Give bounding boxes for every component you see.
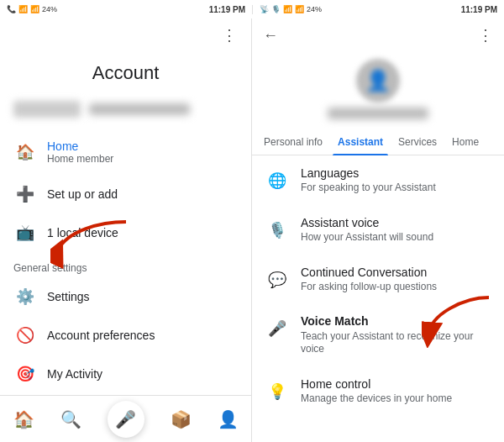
avatar-blur [13, 101, 81, 118]
block-icon: 🚫 [13, 326, 37, 345]
status-bar-right: 📡 🎙️ 📶 📶 24% 11:19 PM [252, 5, 504, 14]
assistant-voice-text: Assistant voice How your Assistant will … [301, 215, 433, 245]
bottom-explore-icon[interactable]: 🔍 [60, 409, 81, 429]
tab-personal-info[interactable]: Personal info [259, 129, 328, 155]
home-control-icon: 💡 [264, 378, 291, 405]
setting-languages[interactable]: 🌐 Languages For speaking to your Assista… [252, 155, 504, 205]
activity-icon: 🎯 [13, 365, 37, 383]
nav-setup-text: Set up or add [47, 187, 118, 201]
wifi-icon: 📶 [18, 5, 28, 13]
voice-match-icon: 🎤 [264, 315, 291, 342]
right-settings-list: 🌐 Languages For speaking to your Assista… [252, 155, 504, 442]
tab-assistant[interactable]: Assistant [333, 129, 388, 155]
nav-item-settings[interactable]: ⚙️ Settings [0, 277, 251, 316]
tab-home[interactable]: Home [447, 129, 484, 155]
nav-item-home[interactable]: 🏠 Home Home member [0, 129, 251, 175]
bottom-media-icon[interactable]: 📦 [171, 409, 192, 429]
device-icon: 📺 [13, 224, 37, 242]
signal-right-icon: 📶 [295, 5, 304, 13]
mic-icon: 🎤 [115, 409, 136, 429]
battery-left: 24% [42, 5, 57, 13]
setting-continued-conversation[interactable]: 💬 Continued Conversation For asking foll… [252, 255, 504, 304]
wifi-right-icon: 📶 [283, 5, 292, 13]
nav-prefs-text: Account preferences [47, 329, 155, 342]
status-bar-left: 📞 📶 📶 24% 11:19 PM [0, 5, 252, 14]
left-toolbar: ⋮ [0, 18, 251, 52]
languages-text: Languages For speaking to your Assistant [301, 166, 436, 195]
assistant-voice-icon: 🎙️ [264, 217, 291, 244]
settings-icon: ⚙️ [13, 287, 37, 306]
user-name-blur [328, 108, 428, 119]
nav-devices-text: 1 local device [47, 226, 118, 239]
battery-right: 24% [307, 5, 322, 13]
left-status-icons: 📞 📶 📶 24% [7, 5, 57, 13]
signal-icon: 📶 [30, 5, 39, 13]
account-title: Account [0, 52, 251, 96]
conversation-text: Continued Conversation For asking follow… [301, 265, 437, 294]
user-avatar: 👤 [356, 59, 400, 103]
mic-button[interactable]: 🎤 [108, 401, 144, 438]
call-icon: 📞 [7, 5, 16, 13]
nav-item-setup[interactable]: ➕ Set up or add [0, 175, 251, 213]
setting-assistant-voice[interactable]: 🎙️ Assistant voice How your Assistant wi… [252, 205, 504, 255]
voice-match-text: Voice Match Teach your Assistant to reco… [301, 313, 492, 355]
setting-voice-match[interactable]: 🎤 Voice Match Teach your Assistant to re… [252, 303, 504, 366]
nav-home-text: Home Home member [47, 139, 113, 165]
left-content: Account 🏠 Home Home member ➕ Set up or a… [0, 52, 251, 442]
right-status-icons: 📡 🎙️ 📶 📶 24% [260, 5, 322, 13]
user-avatar-section: 👤 [252, 52, 504, 129]
left-more-button[interactable]: ⋮ [218, 24, 241, 47]
left-time: 11:19 PM [209, 5, 245, 14]
right-toolbar: ← ⋮ [252, 18, 504, 52]
bottom-home-icon[interactable]: 🏠 [13, 409, 34, 429]
mic-icon-status: 🎙️ [271, 5, 281, 13]
conversation-icon: 💬 [264, 266, 291, 293]
nav-settings-text: Settings [47, 290, 90, 303]
tab-services[interactable]: Services [393, 129, 442, 155]
setting-home-control[interactable]: 💡 Home control Manage the devices in you… [252, 366, 504, 416]
back-button[interactable]: ← [259, 24, 282, 47]
left-bottom-nav: 🏠 🔍 🎤 📦 👤 [0, 395, 252, 442]
nav-item-activity[interactable]: 🎯 My Activity [0, 355, 251, 393]
account-avatar-bar [0, 96, 251, 129]
account-name-blur [89, 103, 190, 115]
home-control-text: Home control Manage the devices in your … [301, 376, 452, 406]
right-more-button[interactable]: ⋮ [474, 24, 497, 47]
bottom-account-icon[interactable]: 👤 [218, 409, 239, 429]
nav-item-devices[interactable]: 📺 1 local device [0, 213, 251, 252]
nav-activity-text: My Activity [47, 367, 102, 381]
nav-item-account-prefs[interactable]: 🚫 Account preferences [0, 316, 251, 355]
general-settings-header: General settings [0, 252, 251, 277]
languages-icon: 🌐 [264, 167, 291, 194]
right-tabs: Personal info Assistant Services Home [252, 129, 504, 155]
right-time: 11:19 PM [461, 5, 497, 14]
cast-icon: 📡 [260, 5, 269, 13]
add-icon: ➕ [13, 185, 37, 203]
home-icon: 🏠 [13, 143, 37, 161]
right-panel: ← ⋮ 👤 Personal info Assistant Services H… [252, 18, 504, 442]
